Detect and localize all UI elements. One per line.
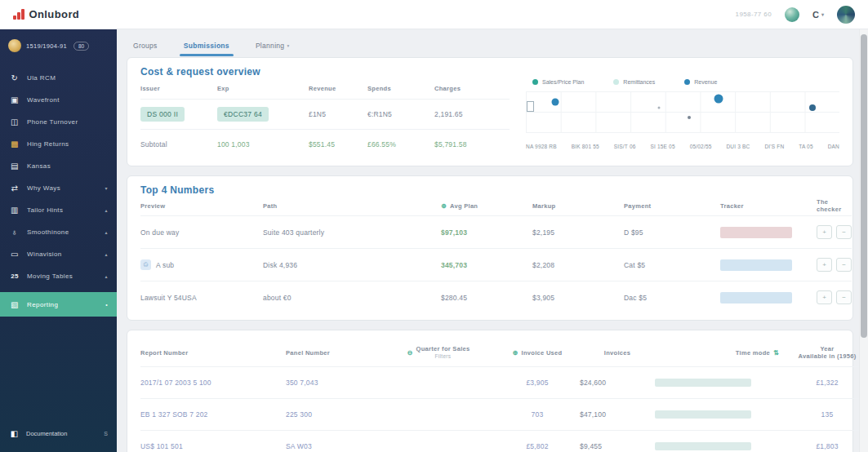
sidebar-item-smoothinone[interactable]: ♁ Smoothinone ▴ bbox=[0, 221, 117, 243]
sidebar-item-label: Phone Turnover bbox=[27, 118, 78, 126]
sidebar-nav: ↻ Ula RCM ▣ Wavefront ◫ Phone Turnover ▩… bbox=[0, 64, 117, 317]
report-link[interactable]: 2017/1 07 2003 5 100 bbox=[140, 379, 211, 387]
swap-icon: ⇄ bbox=[9, 183, 20, 194]
status-avatar[interactable] bbox=[785, 7, 799, 22]
table-cell: $551.45 bbox=[309, 129, 367, 159]
table-cell: $2,195 bbox=[532, 215, 624, 248]
sidebar-item-wavefront[interactable]: ▣ Wavefront bbox=[0, 89, 117, 111]
user-avatar[interactable] bbox=[837, 6, 855, 24]
vertical-scrollbar[interactable] bbox=[859, 29, 868, 452]
invoice-value: £5,802 bbox=[526, 442, 548, 450]
table-cell: Disk 4,936 bbox=[263, 248, 441, 281]
invoice-value: 703 bbox=[532, 410, 544, 419]
sidebar-item-why-ways[interactable]: ⇄ Why Ways ▾ bbox=[0, 177, 117, 199]
card-icon: ▭ bbox=[9, 249, 20, 260]
sidebar-item-label: Winavision bbox=[27, 250, 62, 258]
plus-circle-icon: ⊕ bbox=[441, 202, 447, 210]
table-cell: 100 1,003 bbox=[217, 129, 309, 159]
sidebar-item-tailor-hints[interactable]: ▥ Tailor Hints ▴ bbox=[0, 199, 117, 221]
table-cell: 345,703 bbox=[441, 248, 532, 281]
exp-badge: €DCC37 64 bbox=[217, 107, 269, 122]
currency-selector[interactable]: C ▾ bbox=[812, 10, 824, 20]
sidebar-item-label: Moving Tables bbox=[27, 273, 73, 280]
table-cell: Dac $5 bbox=[624, 281, 720, 313]
row-action-add-button[interactable]: + bbox=[817, 290, 832, 304]
table-cell: £1,803 bbox=[779, 430, 860, 452]
tab-submissions[interactable]: Submissions bbox=[182, 36, 231, 57]
table-cell: $2,208 bbox=[532, 248, 624, 281]
invoice-value: £3,905 bbox=[526, 379, 548, 387]
workspace-avatar bbox=[8, 39, 21, 52]
sidebar-item-documentation[interactable]: ◧ Documentation S bbox=[0, 422, 117, 445]
panel-value: 350 7,043 bbox=[286, 379, 318, 387]
column-header: ⊕ Avg Plan bbox=[441, 196, 532, 215]
sort-icon[interactable]: ⇅ bbox=[773, 349, 779, 357]
sidebar-item-moving-tables[interactable]: 25 Moving Tables ▴ bbox=[0, 265, 117, 287]
table-cell bbox=[720, 281, 817, 313]
table-cell: Suite 403 quarterly bbox=[263, 215, 441, 248]
table-cell: 703 bbox=[495, 398, 580, 430]
sidebar-item-label: Smoothinone bbox=[27, 228, 69, 236]
table-cell: $97,103 bbox=[441, 215, 532, 248]
column-header: Exp bbox=[217, 78, 309, 99]
table-cell: 225 300 bbox=[286, 398, 382, 430]
top-bar: Onlubord 1958-77 60 C ▾ bbox=[0, 0, 868, 29]
column-header: Path bbox=[263, 196, 441, 215]
table-cell: $9,455 bbox=[580, 430, 655, 452]
legend-label: Revenue bbox=[694, 79, 717, 85]
legend-dot-icon bbox=[613, 79, 619, 85]
row-action-add-button[interactable]: + bbox=[817, 258, 832, 272]
sidebar-item-label: Tailor Hints bbox=[27, 206, 63, 214]
table-cell: SA W03 bbox=[286, 430, 382, 452]
row-action-add-button[interactable]: + bbox=[817, 225, 832, 239]
app-logo[interactable]: Onlubord bbox=[13, 8, 79, 20]
table-cell: €DCC37 64 bbox=[217, 99, 309, 129]
sidebar-item-phone-turnover[interactable]: ◫ Phone Turnover bbox=[0, 111, 117, 133]
x-axis: NA 9928 RBBIK 801 55SIS/T 06SI 15E 0505/… bbox=[526, 144, 839, 151]
table-cell: 135 bbox=[779, 398, 860, 430]
legend-item-remittances[interactable]: Remittances bbox=[613, 79, 655, 85]
scrollbar-thumb[interactable] bbox=[861, 34, 867, 338]
logo-wordmark: Onlubord bbox=[29, 8, 80, 20]
x-tick-label: SIS/T 06 bbox=[614, 144, 636, 149]
tab-groups[interactable]: Groups bbox=[131, 36, 159, 57]
legend-item-sales-price[interactable]: Sales/Price Plan bbox=[532, 79, 584, 85]
time-progress-bar bbox=[655, 379, 751, 387]
table-cell: 2,191.65 bbox=[434, 99, 510, 129]
workspace-selector[interactable]: 1519/1904-91 80 bbox=[0, 29, 117, 64]
table-cell: $280.45 bbox=[441, 281, 532, 313]
sidebar-item-label: Hing Returns bbox=[27, 140, 69, 148]
report-link[interactable]: EB 1 327 SOB 7 202 bbox=[140, 410, 208, 419]
tab-planning[interactable]: Planning ▾ bbox=[254, 36, 292, 57]
legend-item-revenue[interactable]: Revenue bbox=[684, 79, 717, 85]
main-content: Groups Submissions Planning ▾ Cost & req… bbox=[117, 29, 860, 452]
sidebar-item-reporting[interactable]: ▧ Reporting • bbox=[0, 292, 117, 317]
x-tick-label: NA 9928 RB bbox=[526, 144, 557, 149]
column-header: Panel Number bbox=[286, 339, 382, 366]
row-action-remove-button[interactable]: − bbox=[836, 290, 852, 304]
column-header: Charges bbox=[434, 78, 510, 99]
column-header: ⊖ Quarter for Sales Filters bbox=[382, 339, 495, 366]
sidebar-item-hing-returns[interactable]: ▩ Hing Returns bbox=[0, 133, 117, 155]
column-header: Preview bbox=[140, 196, 263, 215]
report-link[interactable]: US$ 101 501 bbox=[140, 442, 183, 450]
bar-chart-logo-icon bbox=[13, 9, 24, 20]
numbers-table: Preview Path ⊕ Avg Plan Markup Payment T… bbox=[140, 196, 839, 313]
x-tick-label: 05/02/55 bbox=[690, 144, 712, 149]
table-cell: £3,905 bbox=[495, 366, 580, 398]
sidebar-footer-label: Documentation bbox=[26, 430, 67, 437]
numbers-card: Top 4 Numbers Preview Path ⊕ Avg Plan Ma… bbox=[127, 175, 853, 321]
scatter-plot[interactable] bbox=[526, 91, 839, 133]
sidebar-item-ula-rcm[interactable]: ↻ Ula RCM bbox=[0, 67, 117, 89]
row-action-remove-button[interactable]: − bbox=[836, 225, 852, 239]
table-cell: £66.55% bbox=[367, 129, 434, 159]
row-action-remove-button[interactable]: − bbox=[836, 258, 852, 272]
workspace-name: 1519/1904-91 bbox=[26, 42, 67, 50]
lock-icon: ▩ bbox=[9, 139, 20, 150]
table-cell: 2017/1 07 2003 5 100 bbox=[140, 366, 286, 398]
x-tick-label: DUI 3 BC bbox=[726, 144, 750, 149]
sidebar-item-winavision[interactable]: ▭ Winavision ▴ bbox=[0, 243, 117, 265]
sidebar-item-kansas[interactable]: ▤ Kansas bbox=[0, 155, 117, 177]
table-cell: EB 1 327 SOB 7 202 bbox=[140, 398, 286, 430]
panel-value: SA W03 bbox=[286, 442, 312, 450]
